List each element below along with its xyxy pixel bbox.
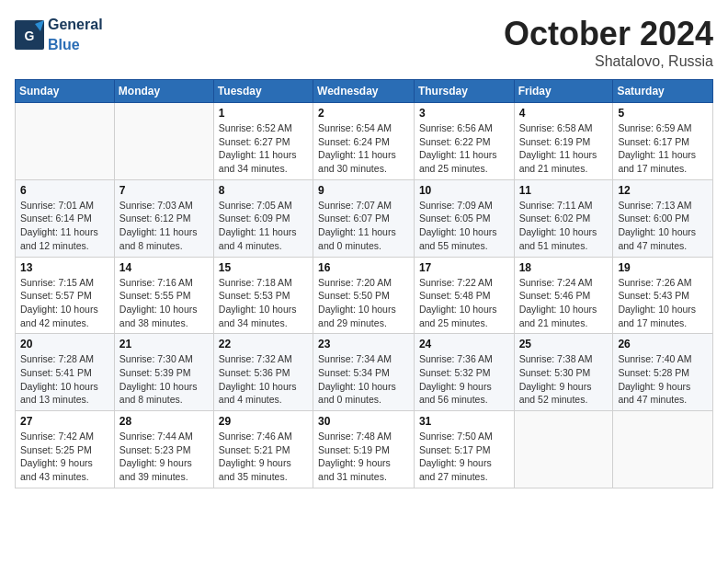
day-info: Sunrise: 7:46 AM Sunset: 5:21 PM Dayligh…: [219, 430, 308, 484]
day-number: 22: [219, 338, 308, 350]
day-info: Sunrise: 7:07 AM Sunset: 6:07 PM Dayligh…: [318, 199, 409, 253]
day-info: Sunrise: 7:18 AM Sunset: 5:53 PM Dayligh…: [219, 276, 308, 330]
weekday-header-saturday: Saturday: [613, 80, 713, 103]
calendar-cell: [16, 103, 115, 180]
day-number: 5: [618, 107, 708, 120]
day-number: 31: [419, 415, 509, 428]
calendar-cell: 16Sunrise: 7:20 AM Sunset: 5:50 PM Dayli…: [313, 257, 415, 334]
day-number: 13: [20, 261, 109, 274]
day-number: 15: [219, 261, 308, 274]
day-info: Sunrise: 7:44 AM Sunset: 5:23 PM Dayligh…: [119, 430, 209, 484]
day-info: Sunrise: 7:40 AM Sunset: 5:28 PM Dayligh…: [618, 352, 708, 407]
day-number: 4: [519, 107, 609, 120]
calendar-cell: [514, 411, 613, 488]
calendar-cell: 27Sunrise: 7:42 AM Sunset: 5:25 PM Dayli…: [16, 411, 115, 488]
calendar-cell: 9Sunrise: 7:07 AM Sunset: 6:07 PM Daylig…: [313, 179, 415, 257]
day-number: 19: [618, 261, 708, 274]
day-number: 28: [119, 415, 209, 428]
title-section: October 2024 Shatalovo, Russia: [504, 15, 713, 70]
page-container: G General Blue October 2024 Shatalovo, R…: [0, 0, 728, 496]
day-info: Sunrise: 7:13 AM Sunset: 6:00 PM Dayligh…: [618, 199, 708, 253]
calendar-cell: 28Sunrise: 7:44 AM Sunset: 5:23 PM Dayli…: [114, 411, 213, 488]
calendar-cell: 14Sunrise: 7:16 AM Sunset: 5:55 PM Dayli…: [114, 257, 213, 334]
calendar-cell: 29Sunrise: 7:46 AM Sunset: 5:21 PM Dayli…: [213, 411, 313, 488]
weekday-header-thursday: Thursday: [414, 80, 514, 103]
day-info: Sunrise: 7:03 AM Sunset: 6:12 PM Dayligh…: [119, 199, 209, 253]
day-number: 30: [318, 415, 409, 428]
calendar-cell: 5Sunrise: 6:59 AM Sunset: 6:17 PM Daylig…: [613, 103, 713, 180]
day-number: 14: [119, 261, 209, 274]
day-number: 7: [119, 184, 209, 197]
calendar-week-row: 20Sunrise: 7:28 AM Sunset: 5:41 PM Dayli…: [16, 334, 713, 411]
logo-blue: Blue: [48, 37, 80, 52]
day-number: 17: [419, 261, 509, 274]
day-info: Sunrise: 7:20 AM Sunset: 5:50 PM Dayligh…: [318, 276, 409, 330]
day-info: Sunrise: 6:54 AM Sunset: 6:24 PM Dayligh…: [318, 121, 409, 176]
calendar-cell: 23Sunrise: 7:34 AM Sunset: 5:34 PM Dayli…: [313, 334, 415, 411]
day-info: Sunrise: 6:56 AM Sunset: 6:22 PM Dayligh…: [419, 121, 509, 176]
logo: G General Blue: [15, 15, 103, 54]
day-number: 18: [519, 261, 609, 274]
weekday-header-wednesday: Wednesday: [313, 80, 415, 103]
day-info: Sunrise: 7:32 AM Sunset: 5:36 PM Dayligh…: [219, 352, 308, 407]
day-info: Sunrise: 7:48 AM Sunset: 5:19 PM Dayligh…: [318, 430, 409, 484]
day-number: 20: [20, 338, 109, 350]
day-info: Sunrise: 7:50 AM Sunset: 5:17 PM Dayligh…: [419, 430, 509, 484]
day-number: 29: [219, 415, 308, 428]
calendar-week-row: 13Sunrise: 7:15 AM Sunset: 5:57 PM Dayli…: [16, 257, 713, 334]
day-number: 12: [618, 184, 708, 197]
day-number: 8: [219, 184, 308, 197]
svg-text:G: G: [25, 29, 35, 43]
calendar-cell: 12Sunrise: 7:13 AM Sunset: 6:00 PM Dayli…: [613, 179, 713, 257]
weekday-header-monday: Monday: [114, 80, 213, 103]
day-info: Sunrise: 6:58 AM Sunset: 6:19 PM Dayligh…: [519, 121, 609, 176]
day-info: Sunrise: 7:05 AM Sunset: 6:09 PM Dayligh…: [219, 199, 308, 253]
calendar-week-row: 1Sunrise: 6:52 AM Sunset: 6:27 PM Daylig…: [16, 103, 713, 180]
calendar-cell: 20Sunrise: 7:28 AM Sunset: 5:41 PM Dayli…: [16, 334, 115, 411]
day-info: Sunrise: 7:01 AM Sunset: 6:14 PM Dayligh…: [20, 199, 109, 253]
logo-icon: G: [15, 20, 44, 50]
calendar-cell: 1Sunrise: 6:52 AM Sunset: 6:27 PM Daylig…: [213, 103, 313, 180]
calendar-cell: 18Sunrise: 7:24 AM Sunset: 5:46 PM Dayli…: [514, 257, 613, 334]
weekday-header-friday: Friday: [514, 80, 613, 103]
day-number: 6: [20, 184, 109, 197]
day-number: 21: [119, 338, 209, 350]
calendar-cell: 24Sunrise: 7:36 AM Sunset: 5:32 PM Dayli…: [414, 334, 514, 411]
weekday-header-sunday: Sunday: [16, 80, 115, 103]
calendar-cell: [613, 411, 713, 488]
day-number: 3: [419, 107, 509, 120]
day-info: Sunrise: 7:30 AM Sunset: 5:39 PM Dayligh…: [119, 352, 209, 407]
day-number: 27: [20, 415, 109, 428]
day-number: 11: [519, 184, 609, 197]
calendar-cell: 17Sunrise: 7:22 AM Sunset: 5:48 PM Dayli…: [414, 257, 514, 334]
day-number: 2: [318, 107, 409, 120]
calendar-cell: 19Sunrise: 7:26 AM Sunset: 5:43 PM Dayli…: [613, 257, 713, 334]
day-info: Sunrise: 6:52 AM Sunset: 6:27 PM Dayligh…: [219, 121, 308, 176]
calendar-cell: 25Sunrise: 7:38 AM Sunset: 5:30 PM Dayli…: [514, 334, 613, 411]
month-title: October 2024: [504, 15, 713, 53]
day-number: 23: [318, 338, 409, 350]
calendar-cell: 15Sunrise: 7:18 AM Sunset: 5:53 PM Dayli…: [213, 257, 313, 334]
day-info: Sunrise: 7:22 AM Sunset: 5:48 PM Dayligh…: [419, 276, 509, 330]
calendar-cell: 26Sunrise: 7:40 AM Sunset: 5:28 PM Dayli…: [613, 334, 713, 411]
day-number: 1: [219, 107, 308, 120]
location-title: Shatalovo, Russia: [504, 53, 713, 70]
calendar-week-row: 6Sunrise: 7:01 AM Sunset: 6:14 PM Daylig…: [16, 179, 713, 257]
header: G General Blue October 2024 Shatalovo, R…: [15, 15, 713, 70]
day-info: Sunrise: 7:28 AM Sunset: 5:41 PM Dayligh…: [20, 352, 109, 407]
day-info: Sunrise: 7:26 AM Sunset: 5:43 PM Dayligh…: [618, 276, 708, 330]
calendar-cell: 7Sunrise: 7:03 AM Sunset: 6:12 PM Daylig…: [114, 179, 213, 257]
calendar-cell: 8Sunrise: 7:05 AM Sunset: 6:09 PM Daylig…: [213, 179, 313, 257]
calendar-cell: 6Sunrise: 7:01 AM Sunset: 6:14 PM Daylig…: [16, 179, 115, 257]
day-info: Sunrise: 7:11 AM Sunset: 6:02 PM Dayligh…: [519, 199, 609, 253]
calendar-cell: 4Sunrise: 6:58 AM Sunset: 6:19 PM Daylig…: [514, 103, 613, 180]
day-info: Sunrise: 7:15 AM Sunset: 5:57 PM Dayligh…: [20, 276, 109, 330]
calendar-cell: 30Sunrise: 7:48 AM Sunset: 5:19 PM Dayli…: [313, 411, 415, 488]
day-number: 26: [618, 338, 708, 350]
day-number: 24: [419, 338, 509, 350]
day-info: Sunrise: 7:16 AM Sunset: 5:55 PM Dayligh…: [119, 276, 209, 330]
calendar-week-row: 27Sunrise: 7:42 AM Sunset: 5:25 PM Dayli…: [16, 411, 713, 488]
day-number: 25: [519, 338, 609, 350]
calendar-cell: 31Sunrise: 7:50 AM Sunset: 5:17 PM Dayli…: [414, 411, 514, 488]
day-number: 9: [318, 184, 409, 197]
